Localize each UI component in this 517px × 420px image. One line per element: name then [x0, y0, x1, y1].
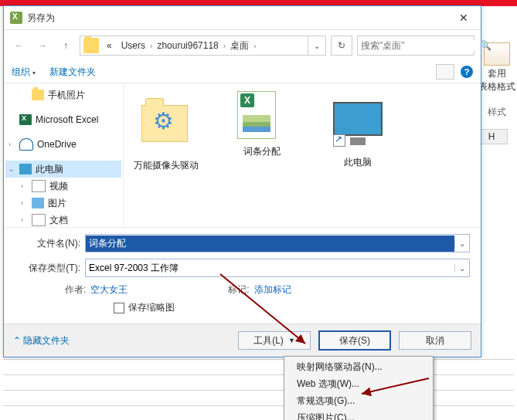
video-icon [32, 180, 46, 192]
tree-this-pc[interactable]: ⌄此电脑 [5, 161, 121, 178]
tree-documents[interactable]: ›文档 [5, 212, 121, 227]
nav-forward-button[interactable]: → [33, 36, 52, 55]
crumb-user[interactable]: zhourui967118 [152, 40, 223, 51]
file-camera-driver[interactable]: 万能摄像头驱动 [131, 91, 201, 172]
ribbon-style-apply[interactable]: 套用 [478, 67, 515, 80]
path-dropdown-button[interactable]: ⌄ [308, 36, 325, 55]
cancel-button[interactable]: 取消 [399, 331, 471, 350]
ribbon-table-format[interactable]: 表格格式 [478, 80, 515, 93]
menu-general-options[interactable]: 常规选项(G)... [286, 392, 431, 409]
file-list: 万能摄像头驱动 词条分配 此电脑 [124, 83, 481, 227]
tags-value[interactable]: 添加标记 [254, 284, 291, 295]
author-value[interactable]: 空大女王 [90, 284, 128, 295]
document-icon [32, 214, 46, 226]
crumb-prefix: « [102, 40, 117, 51]
filename-label: 文件名(N): [15, 237, 80, 250]
chevron-down-icon: ▼ [288, 337, 295, 344]
view-options-button[interactable] [436, 64, 454, 80]
refresh-button[interactable]: ↻ [331, 36, 352, 56]
folder-icon [32, 90, 44, 100]
nav-up-button[interactable]: ↑ [56, 36, 75, 55]
file-entry-alloc[interactable]: 词条分配 [227, 91, 297, 158]
crumb-users[interactable]: Users [117, 40, 150, 51]
close-button[interactable]: ✕ [446, 7, 481, 29]
search-input[interactable] [358, 40, 480, 51]
menu-map-network-drive[interactable]: 映射网络驱动器(N)... [286, 358, 431, 375]
pc-monitor-icon [333, 102, 383, 136]
nav-back-button[interactable]: ← [10, 36, 29, 55]
organize-button[interactable]: 组织 ▾ [12, 66, 36, 79]
tree-pictures[interactable]: ›图片 [5, 195, 121, 212]
thumbnail-label: 保存缩略图 [128, 301, 175, 314]
help-button[interactable]: ? [461, 66, 473, 78]
filename-input[interactable]: 词条分配 ⌄ [85, 234, 470, 252]
menu-compress-pictures[interactable]: 压缩图片(C)... [286, 409, 431, 420]
filetype-label: 保存类型(T): [15, 262, 80, 275]
new-folder-button[interactable]: 新建文件夹 [49, 66, 96, 79]
folder-icon [83, 38, 99, 53]
dropdown-icon[interactable]: ⌄ [454, 264, 469, 273]
tree-phone-photos[interactable]: 手机照片 [5, 86, 121, 103]
search-box[interactable]: 🔍 [357, 36, 474, 56]
author-label: 作者: [65, 284, 86, 295]
tree-videos[interactable]: ›视频 [5, 178, 121, 195]
tree-onedrive[interactable]: ›OneDrive [5, 136, 121, 153]
search-icon: 🔍 [480, 40, 491, 51]
dialog-title: 另存为 [27, 12, 446, 25]
thumbnail-checkbox[interactable] [114, 303, 124, 313]
tags-label: 标记: [228, 284, 249, 295]
crumb-desktop[interactable]: 桌面 [226, 39, 253, 52]
breadcrumb[interactable]: « Users › zhourui967118 › 桌面 › ⌄ [80, 36, 326, 56]
cloud-icon [19, 138, 33, 151]
save-as-dialog: 另存为 ✕ ← → ↑ « Users › zhourui967118 › 桌面… [3, 5, 481, 357]
folder-gear-icon [141, 105, 188, 142]
folder-tree: 手机照片 Microsoft Excel ›OneDrive ⌄此电脑 ›视频 … [4, 83, 124, 227]
file-this-pc[interactable]: 此电脑 [323, 91, 393, 169]
filetype-select[interactable]: Excel 97-2003 工作簿 ⌄ [85, 259, 470, 277]
excel-app-icon [10, 12, 22, 24]
hide-folders-button[interactable]: 隐藏文件夹 [13, 334, 70, 347]
menu-web-options[interactable]: Web 选项(W)... [286, 375, 431, 392]
pc-icon [19, 164, 32, 174]
shortcut-icon [333, 134, 345, 147]
save-button[interactable]: 保存(S) [318, 330, 391, 351]
excel-icon [19, 114, 32, 125]
chevron-right-icon: › [253, 42, 256, 50]
picture-icon [32, 198, 44, 208]
dropdown-icon[interactable]: ⌄ [454, 239, 469, 248]
ribbon-styles-group: 样式 [478, 106, 515, 119]
excel-file-icon [237, 91, 276, 139]
tree-ms-excel[interactable]: Microsoft Excel [5, 111, 121, 128]
tools-dropdown: 映射网络驱动器(N)... Web 选项(W)... 常规选项(G)... 压缩… [284, 356, 434, 420]
tools-button[interactable]: 工具(L)▼ [238, 331, 311, 350]
